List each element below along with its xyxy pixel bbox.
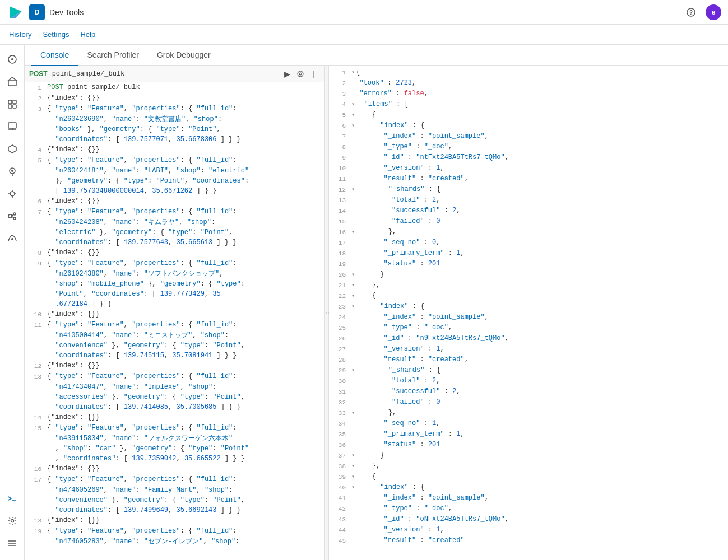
code-line: "Point", "coordinates": [ 139.7773429, 3… [25,289,324,299]
secondary-nav: History Settings Help [0,25,728,45]
user-avatar[interactable]: e [706,4,721,20]
code-line: "n260423690", "name": "文教堂書店", "shop": [25,114,324,124]
svg-rect-8 [13,105,16,108]
code-line: 8 {"index": {}} [25,248,324,258]
code-line: "n261024380", "name": "ソフトバンクショップ", [25,269,324,279]
right-editor-pane: 1 ▾{ 2 "took" : 2723, 3 "errors" : false… [329,66,728,560]
svg-point-16 [10,192,15,196]
code-line: 21 ▾ }, [329,280,728,291]
sidebar-item-devtools[interactable] [2,488,22,508]
code-line: 10 "_version" : 1, [329,163,728,174]
code-line: "coordinates": [ 139.7577071, 35.6678306… [25,134,324,144]
sidebar-item-discover[interactable] [2,49,22,69]
code-line: [ 139.7570348000000014, 35.6671262 ] } } [25,186,324,196]
sidebar-item-dashboard[interactable] [2,116,22,137]
code-line: 24 "_index" : "point_sample", [329,312,728,323]
code-line: , "shop": "car" }, "geometry": { "type":… [25,444,324,454]
code-line: 19 { "type": "Feature", "properties": { … [25,526,324,536]
code-line: 12 ▾ "_shards" : { [329,184,728,195]
code-line: "n260424208", "name": "キムラヤ", "shop": [25,217,324,227]
code-line: 11 { "type": "Feature", "properties": { … [25,320,324,330]
sidebar-item-home[interactable] [2,72,22,92]
code-line: 19 "status" : 201 [329,259,728,269]
code-line: "electric" }, "geometry": { "type": "Poi… [25,227,324,237]
code-line: .6772184 ] } } [25,299,324,309]
left-code-editor[interactable]: 1 POST point_sample/_bulk 2 {"index": {}… [25,82,324,560]
nav-help[interactable]: Help [80,30,95,39]
nav-settings[interactable]: Settings [43,30,69,39]
run-button[interactable]: ▶ [281,68,293,80]
code-line: 18 "_primary_term" : 1, [329,248,728,259]
code-line: 30 "total" : 2, [329,376,728,386]
svg-line-25 [12,216,13,218]
top-bar: D Dev Tools ? e [0,0,728,25]
svg-point-28 [11,520,13,522]
resize-handle[interactable]: ⋮ [324,66,329,560]
help-icon[interactable]: ? [683,4,699,20]
code-line: 18 {"index": {}} [25,515,324,526]
code-line: 9 { "type": "Feature", "properties": { "… [25,258,324,269]
svg-rect-9 [8,123,16,128]
toolbar-icons: ▶ | [281,68,319,80]
svg-text:?: ? [689,10,693,16]
code-line: 2 "took" : 2723, [329,78,728,88]
sidebar-item-maps[interactable] [2,161,22,181]
code-line: "convenience" }, "geometry": { "type": "… [25,340,324,351]
code-line: 39 ▾ { [329,472,728,482]
code-line: 27 "_version" : 1, [329,344,728,354]
code-line: 42 "_type" : "_doc", [329,503,728,514]
code-line: 7 "_index" : "point_sample", [329,131,728,142]
svg-rect-7 [8,105,12,108]
code-line: 8 "_type" : "_doc", [329,142,728,152]
code-line: }, "geometry": { "type": "Point", "coord… [25,176,324,186]
code-line: "n410500414", "name": "ミニストップ", "shop": [25,330,324,340]
svg-line-24 [12,214,13,216]
tab-grok-debugger[interactable]: Grok Debugger [148,45,220,66]
copy-icon[interactable] [295,68,306,80]
code-line: 26 "_id" : "n9Fxt24BA5TtRs7_tQMo", [329,333,728,344]
code-line: "n417434047", "name": "Inplexe", "shop": [25,382,324,392]
code-line: 45 "result" : "created" [329,535,728,546]
code-line: 34 "_seq_no" : 1, [329,418,728,429]
sidebar-item-observability[interactable] [2,228,22,249]
code-line: 14 {"index": {}} [25,412,324,423]
code-line: 33 ▾ }, [329,408,728,418]
code-line: 17 "_seq_no" : 0, [329,237,728,248]
code-line: "convenience" }, "geometry": { "type": "… [25,495,324,505]
app-title: Dev Tools [49,8,84,17]
code-line: "books" }, "geometry": { "type": "Point"… [25,124,324,134]
sidebar-item-visualize[interactable] [2,94,22,114]
settings-icon[interactable]: | [308,68,319,80]
code-line: 35 "_primary_term" : 1, [329,429,728,440]
sidebar-item-graph[interactable] [2,206,22,226]
code-line: 5 { "type": "Feature", "properties": { "… [25,155,324,166]
code-line: 3 "errors" : false, [329,88,728,99]
svg-point-26 [11,238,13,240]
svg-point-3 [11,58,13,60]
sidebar-item-settings[interactable] [2,511,22,531]
tabs-bar: Console Search Profiler Grok Debugger [25,45,728,66]
code-line: "n474605269", "name": "Family Mart", "sh… [25,485,324,495]
code-line: 36 "status" : 201 [329,440,728,450]
tab-search-profiler[interactable]: Search Profiler [78,45,148,66]
sidebar [0,45,25,560]
kibana-logo [7,3,25,21]
svg-point-33 [299,73,302,75]
code-line: 28 "result" : "created", [329,354,728,365]
nav-history[interactable]: History [9,30,31,39]
code-line: 10 {"index": {}} [25,309,324,320]
sidebar-item-collapse[interactable] [2,533,22,553]
code-line: 11 "result" : "created", [329,174,728,184]
code-line: 15 { "type": "Feature", "properties": { … [25,423,324,433]
svg-rect-6 [13,100,16,104]
sidebar-item-canvas[interactable] [2,139,22,159]
code-line: "accessories" }, "geometry": { "type": "… [25,392,324,402]
editors-container: POST point_sample/_bulk ▶ | 1 POST po [25,66,728,560]
right-code-editor[interactable]: 1 ▾{ 2 "took" : 2723, 3 "errors" : false… [329,66,728,560]
sidebar-item-ml[interactable] [2,184,22,204]
code-line: 44 "_version" : 1, [329,525,728,535]
tab-console[interactable]: Console [31,45,78,66]
svg-point-21 [8,214,12,218]
svg-point-22 [13,213,16,215]
code-line: 25 "_type" : "_doc", [329,323,728,333]
